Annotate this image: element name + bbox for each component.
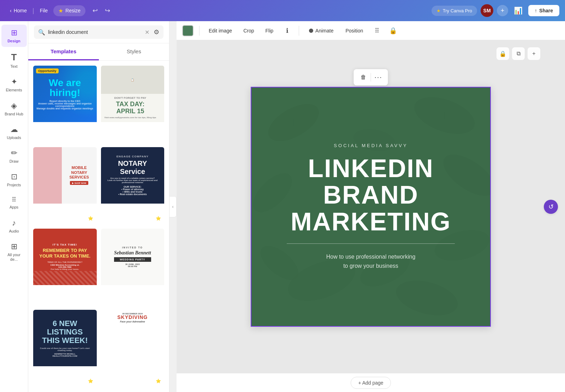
flip-button[interactable]: Flip — [262, 26, 277, 36]
canvas-subtitle: SOCIAL MEDIA SAVVY — [334, 143, 408, 148]
template-preview-content: IT'S TAX TIME! REMEMBER TO PAYYOUR TAXES… — [36, 243, 94, 270]
position-button[interactable]: Position — [342, 26, 367, 36]
sidebar-label-uploads: Uploads — [7, 135, 21, 140]
topbar-separator: | — [32, 7, 34, 14]
edit-image-button[interactable]: Edit image — [205, 26, 236, 36]
sidebar-label-apps: Apps — [10, 205, 18, 210]
all-icon: ⊞ — [11, 242, 17, 251]
more-options-button[interactable]: ··· — [373, 71, 385, 83]
avatar[interactable]: SM — [481, 4, 493, 17]
lock-canvas-icon[interactable]: 🔒 — [496, 47, 509, 60]
share-label: Share — [539, 8, 553, 13]
canvas-right-tools: ↺ — [544, 200, 558, 214]
canvas-bottom: + Add page — [177, 373, 565, 392]
sidebar-label-brand-hub: Brand Hub — [5, 112, 23, 116]
template-preview-content: We arehiring! Report directly to the CEO… — [36, 78, 94, 110]
template-card-taxday[interactable]: DON'T FORGET TO PAY TAX DAY:APRIL 15 Vis… — [100, 65, 165, 144]
lock-icon[interactable]: 🔒 — [387, 25, 399, 37]
undo-redo-group: ↩ ↪ — [90, 5, 113, 16]
search-filter-icon[interactable]: ⚙ — [154, 28, 159, 36]
template-card-listings[interactable]: 6 NEWLISTINGSTHIS WEEK! Could one of the… — [32, 309, 97, 388]
search-box: 🔍 ✕ ⚙ — [34, 25, 163, 39]
copy-canvas-icon[interactable]: ⧉ — [512, 47, 525, 60]
design-canvas[interactable]: SOCIAL MEDIA SAVVY LINKEDIN BRAND MARKET… — [251, 87, 491, 327]
sidebar-item-draw[interactable]: ✏ Draw — [1, 145, 27, 167]
templates-grid: Opportunity We arehiring! Report directl… — [28, 61, 169, 392]
panel-search: 🔍 ✕ ⚙ — [28, 21, 169, 43]
uploads-icon: ☁ — [10, 125, 18, 134]
add-team-button[interactable]: + — [497, 5, 508, 16]
delete-element-button[interactable]: 🗑 — [357, 71, 369, 83]
resize-button[interactable]: ★ Resize — [53, 5, 85, 16]
apps-icon: ⠿ — [12, 196, 16, 204]
color-swatch[interactable] — [182, 25, 194, 36]
search-clear-icon[interactable]: ✕ — [145, 29, 149, 36]
analytics-icon[interactable]: 📊 — [512, 4, 525, 17]
undo-button[interactable]: ↩ — [90, 5, 101, 16]
design-canvas-wrapper: 🗑 ··· — [251, 87, 491, 327]
resize-label: Resize — [65, 8, 81, 13]
sidebar: ⊞ Design T Text ✦ Elements ◈ Brand Hub ☁… — [0, 21, 28, 392]
sidebar-item-design[interactable]: ⊞ Design — [1, 25, 27, 47]
template-card-notary2[interactable]: ENGAGE COMPANY NOTARYService Are you in … — [100, 146, 165, 225]
transparency-icon[interactable]: ⠿ — [371, 25, 383, 37]
canvas-title-line3: MARKETING — [291, 207, 451, 236]
sidebar-item-audio[interactable]: ♪ Audio — [1, 215, 27, 237]
pro-badge: ⭐ — [87, 215, 95, 222]
try-pro-button[interactable]: ★ Try Canva Pro — [432, 6, 477, 16]
panel-collapse-toggle[interactable]: ‹ — [170, 196, 177, 217]
crop-button[interactable]: Crop — [240, 26, 257, 36]
add-page-button[interactable]: + Add page — [351, 377, 391, 389]
panel-tabs: Templates Styles — [28, 43, 169, 61]
sidebar-item-projects[interactable]: ⊡ Projects — [1, 169, 27, 191]
canvas-description: How to use professional networkingto gro… — [326, 252, 416, 270]
home-button[interactable]: ‹ Home — [6, 6, 31, 16]
sidebar-item-brand-hub[interactable]: ◈ Brand Hub — [1, 98, 27, 120]
canvas-top-controls: 🔒 ⧉ + — [496, 47, 540, 60]
template-card-notary1[interactable]: MOBILE NOTARYSERVICES ▶ SHOP NOW ⭐ — [32, 146, 97, 225]
canvas-title: LINKEDIN BRAND MARKETING — [291, 155, 451, 235]
tab-styles[interactable]: Styles — [99, 43, 170, 60]
search-icon: 🔍 — [38, 29, 45, 36]
sidebar-item-all[interactable]: ⊞ All your de... — [1, 239, 27, 265]
main-layout: ⊞ Design T Text ✦ Elements ◈ Brand Hub ☁… — [0, 21, 565, 392]
canvas-viewport: 🔒 ⧉ + ↺ 🗑 ··· — [177, 40, 565, 373]
tab-templates[interactable]: Templates — [28, 43, 99, 60]
redo-button[interactable]: ↪ — [102, 5, 113, 16]
template-card-wedding[interactable]: INVITED TO Sebastian Bennett WEDDING PAR… — [100, 228, 165, 307]
design-icon: ⊞ — [11, 28, 17, 37]
share-button[interactable]: ↑ Share — [528, 5, 559, 16]
canvas-toolbar: Edit image Crop Flip ℹ Animate Position … — [177, 21, 565, 40]
topbar-right: ★ Try Canva Pro SM + 📊 ↑ Share — [432, 4, 559, 17]
resize-star-icon: ★ — [58, 7, 63, 14]
template-card-hiring[interactable]: Opportunity We arehiring! Report directl… — [32, 65, 97, 144]
panel: 🔍 ✕ ⚙ Templates Styles Opportunity We ar… — [28, 21, 170, 392]
canvas-divider — [287, 243, 455, 244]
sidebar-item-apps[interactable]: ⠿ Apps — [1, 192, 27, 213]
sidebar-item-uploads[interactable]: ☁ Uploads — [1, 121, 27, 144]
template-card-taxtime[interactable]: IT'S TAX TIME! REMEMBER TO PAYYOUR TAXES… — [32, 228, 97, 307]
file-button[interactable]: File — [36, 6, 52, 16]
topbar: ‹ Home | File ★ Resize ↩ ↪ ★ Try Canva P… — [0, 0, 565, 21]
try-pro-label: Try Canva Pro — [443, 8, 472, 13]
share-canvas-icon[interactable]: + — [528, 47, 540, 60]
template-preview-content: ENGAGE COMPANY NOTARYService Are you in … — [104, 155, 162, 195]
sidebar-item-elements[interactable]: ✦ Elements — [1, 74, 27, 96]
canvas-title-line2: BRAND — [323, 181, 418, 209]
pro-badge: ⭐ — [154, 377, 162, 385]
elements-icon: ✦ — [11, 77, 17, 86]
search-input[interactable] — [48, 29, 142, 35]
sidebar-label-design: Design — [7, 39, 20, 43]
comment-tool-button[interactable]: ↺ — [544, 200, 558, 214]
sidebar-item-text[interactable]: T Text — [1, 48, 27, 72]
info-icon[interactable]: ℹ — [281, 25, 293, 37]
template-preview-content: 6 NEWLISTINGSTHIS WEEK! Could one of the… — [36, 319, 94, 357]
text-icon: T — [11, 52, 17, 63]
canvas-title-line1: LINKEDIN — [308, 154, 434, 182]
canvas-context-menu: 🗑 ··· — [354, 69, 388, 85]
toolbar-separator-2 — [299, 26, 299, 36]
template-card-skydiving[interactable]: 00 DECEMBER 2024 SKYDIVING Face your Adr… — [100, 309, 165, 388]
sidebar-label-text: Text — [10, 64, 17, 69]
projects-icon: ⊡ — [11, 172, 17, 181]
animate-button[interactable]: Animate — [305, 26, 338, 36]
